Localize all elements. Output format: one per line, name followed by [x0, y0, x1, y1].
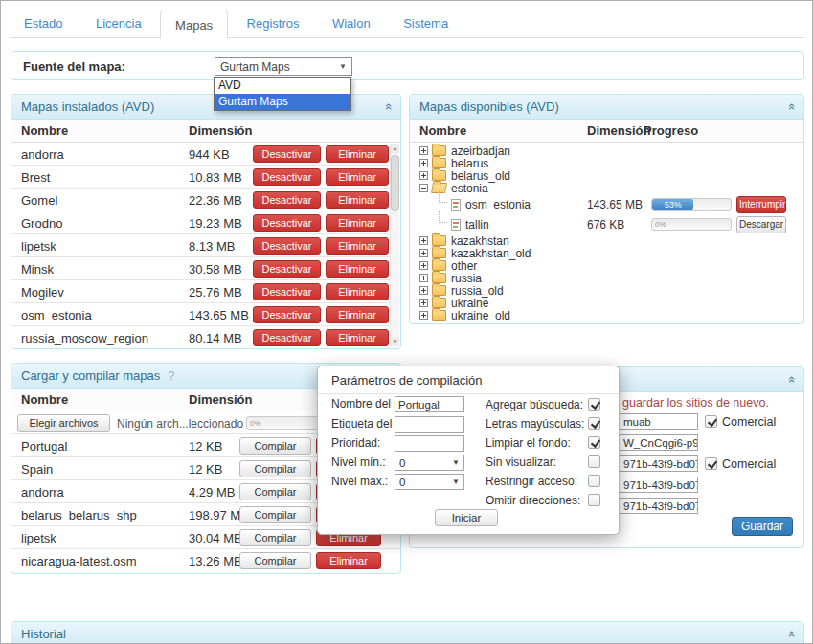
tab-sistema[interactable]: Sistema	[389, 10, 463, 38]
tab-registros[interactable]: Registros	[233, 10, 314, 38]
expand-node-icon[interactable]	[419, 261, 428, 270]
sites-notice: guardar los sitios de nuevo.	[622, 396, 769, 410]
deactivate-button[interactable]: Desactivar	[253, 283, 321, 300]
scroll-down-icon[interactable]: ▼	[391, 337, 399, 346]
expand-node-icon[interactable]	[419, 171, 428, 180]
delete-button[interactable]: Eliminar	[326, 214, 389, 232]
map-size: 676 KB	[587, 218, 624, 232]
compile-button[interactable]: Compilar	[239, 460, 311, 477]
folder-icon	[432, 145, 446, 156]
scrollbar-thumb[interactable]	[391, 155, 399, 211]
collapse-icon[interactable]: «	[786, 103, 799, 110]
scrollbar[interactable]: ▲ ▼	[390, 144, 399, 346]
delete-button[interactable]: Eliminar	[326, 168, 389, 186]
map-size: 30.58 MB	[189, 262, 242, 277]
deactivate-button[interactable]: Desactivar	[253, 306, 321, 323]
dropdown-option-gurtam[interactable]: Gurtam Maps	[215, 94, 350, 110]
delete-button[interactable]: Eliminar	[326, 191, 389, 209]
table-row: andorra944 KBDesactivarEliminar	[11, 143, 400, 166]
map-name: Brest	[21, 170, 50, 185]
delete-button[interactable]: Eliminar	[316, 552, 381, 569]
clear-background-checkbox[interactable]	[588, 436, 600, 449]
uppercase-checkbox[interactable]	[588, 417, 600, 430]
delete-button[interactable]: Eliminar	[326, 260, 389, 278]
start-button[interactable]: Iniciar	[435, 509, 498, 526]
delete-button[interactable]: Eliminar	[326, 237, 389, 255]
column-dimension: Dimensión	[189, 123, 252, 138]
collapse-icon[interactable]: «	[786, 631, 799, 637]
download-button[interactable]: Descargar	[736, 216, 786, 233]
delete-button[interactable]: Eliminar	[326, 283, 389, 300]
map-name-input[interactable]	[395, 396, 464, 412]
expand-node-icon[interactable]	[419, 146, 428, 155]
compile-button[interactable]: Compilar	[239, 437, 311, 455]
map-name: Spain	[21, 462, 53, 477]
scroll-up-icon[interactable]: ▲	[391, 144, 399, 153]
expand-node-icon[interactable]	[419, 299, 428, 307]
map-size: 22.36 MB	[189, 193, 242, 208]
restrict-access-checkbox[interactable]	[588, 475, 600, 487]
expand-node-icon[interactable]	[419, 286, 428, 295]
collapse-node-icon[interactable]	[419, 184, 428, 192]
no-render-checkbox[interactable]	[588, 455, 600, 468]
priority-input[interactable]	[395, 435, 464, 452]
deactivate-button[interactable]: Desactivar	[253, 191, 321, 209]
deactivate-button[interactable]: Desactivar	[253, 145, 321, 163]
save-button[interactable]: Guardar	[732, 517, 793, 536]
comercial-checkbox[interactable]	[705, 457, 717, 470]
add-search-checkbox[interactable]	[588, 398, 600, 411]
max-level-select[interactable]: 0 ▼	[395, 474, 464, 490]
interrupt-button[interactable]: Interrumpir	[736, 196, 786, 213]
history-header: Historial «	[11, 622, 803, 644]
delete-button[interactable]: Eliminar	[326, 145, 389, 163]
folder-icon	[432, 170, 446, 181]
comercial-checkbox[interactable]	[705, 415, 717, 428]
tree-folder-label: kazakhstan	[451, 234, 509, 248]
map-name: nicaragua-latest.osm	[21, 554, 137, 568]
chevron-down-icon: ▼	[452, 458, 460, 467]
expand-node-icon[interactable]	[419, 249, 428, 257]
expand-node-icon[interactable]	[419, 236, 428, 245]
tab-wialon[interactable]: Wialon	[318, 10, 385, 38]
skip-addresses-checkbox[interactable]	[588, 494, 600, 506]
tab-bar: Estado Licencia Mapas Registros Wialon S…	[10, 10, 805, 38]
choose-files-button[interactable]: Elegir archivos	[17, 414, 110, 432]
collapse-icon[interactable]: «	[786, 376, 799, 383]
deactivate-button[interactable]: Desactivar	[253, 260, 321, 278]
dropdown-option-avd[interactable]: AVD	[215, 78, 350, 94]
compile-button[interactable]: Compilar	[239, 529, 311, 546]
deactivate-button[interactable]: Desactivar	[253, 329, 321, 346]
collapse-icon[interactable]: «	[383, 103, 395, 110]
tree-folder-row: belarus_old	[410, 169, 803, 182]
map-label-input[interactable]	[395, 416, 464, 433]
tab-licencia[interactable]: Licencia	[81, 10, 156, 38]
map-source-select[interactable]: Gurtam Maps ▼	[215, 57, 352, 76]
deactivate-button[interactable]: Desactivar	[253, 168, 321, 186]
expand-node-icon[interactable]	[419, 274, 428, 282]
min-level-label: Nivel mín.:	[331, 455, 395, 471]
folder-icon	[432, 158, 446, 168]
deactivate-button[interactable]: Desactivar	[253, 214, 321, 232]
expand-node-icon[interactable]	[419, 311, 428, 320]
field-row: Nivel máx.: 0 ▼	[331, 474, 471, 490]
compile-button[interactable]: Compilar	[239, 506, 311, 523]
delete-button[interactable]: Eliminar	[326, 306, 389, 323]
max-level-label: Nivel máx.:	[331, 474, 395, 490]
file-icon	[451, 199, 461, 211]
available-maps-panel: Mapas disponibles (AVD) « Nombre Dimensi…	[409, 94, 804, 324]
help-icon[interactable]: ?	[168, 368, 174, 383]
compile-button[interactable]: Compilar	[239, 483, 311, 500]
map-name: Grodno	[21, 216, 62, 231]
available-maps-title: Mapas disponibles (AVD)	[419, 100, 559, 114]
deactivate-button[interactable]: Desactivar	[253, 237, 321, 255]
upload-title: Cargar y compilar mapas	[21, 368, 160, 383]
min-level-select[interactable]: 0 ▼	[395, 455, 464, 471]
map-name: Minsk	[21, 262, 54, 277]
map-size: 19.23 MB	[189, 216, 242, 231]
expand-node-icon[interactable]	[419, 159, 428, 167]
compile-button[interactable]: Compilar	[239, 552, 311, 569]
tab-estado[interactable]: Estado	[10, 10, 77, 38]
tab-mapas[interactable]: Mapas	[160, 11, 228, 39]
delete-button[interactable]: Eliminar	[326, 329, 389, 346]
map-size: 8.13 MB	[189, 239, 235, 254]
